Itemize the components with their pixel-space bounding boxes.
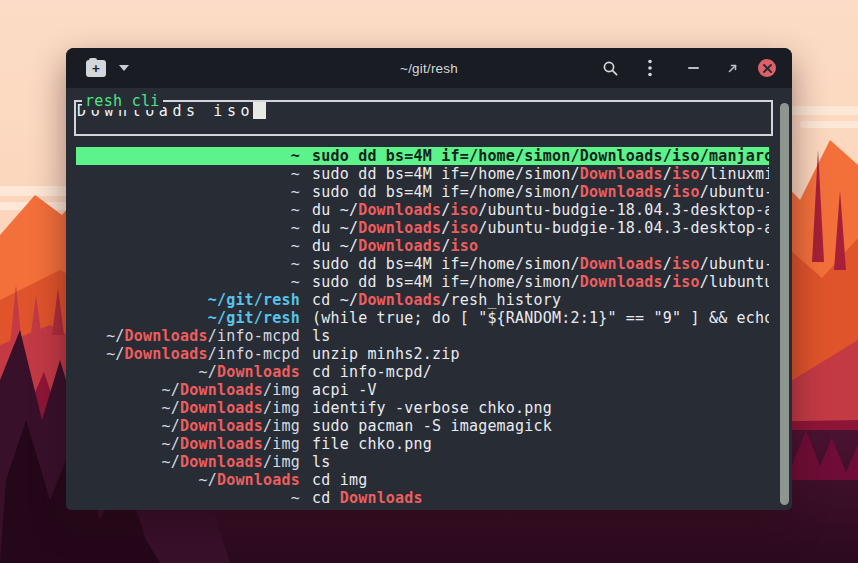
history-list: ~sudo dd bs=4M if=/home/simon/Downloads/… xyxy=(76,147,769,507)
minimize-button[interactable] xyxy=(682,56,706,80)
kebab-menu-icon xyxy=(647,59,653,77)
column-gap xyxy=(300,417,312,435)
column-gap xyxy=(300,291,312,309)
history-row[interactable]: ~du ~/Downloads/iso xyxy=(76,237,769,255)
column-gap xyxy=(300,381,312,399)
column-gap xyxy=(300,201,312,219)
history-row[interactable]: ~du ~/Downloads/iso/ubuntu-budgie-18.04.… xyxy=(76,219,769,237)
restore-button[interactable] xyxy=(720,56,744,80)
tab-dropdown-icon[interactable] xyxy=(119,65,129,71)
column-gap xyxy=(300,273,312,291)
history-row[interactable]: ~/Downloads/imgidentify -verbose chko.pn… xyxy=(76,399,769,417)
row-command: cd ~/Downloads/resh_history xyxy=(312,291,769,309)
row-context: ~/Downloads/img xyxy=(76,381,300,399)
menu-button[interactable] xyxy=(638,56,662,80)
resh-box-label: resh cli xyxy=(82,92,163,110)
history-row[interactable]: ~/Downloads/imgsudo pacman -S imagemagic… xyxy=(76,417,769,435)
row-context: ~ xyxy=(76,147,300,165)
history-row[interactable]: ~/Downloads/imgacpi -V xyxy=(76,381,769,399)
history-row[interactable]: ~cd Downloads xyxy=(76,489,769,507)
row-context: ~ xyxy=(76,219,300,237)
column-gap xyxy=(300,237,312,255)
row-command: cd Downloads xyxy=(312,489,769,507)
row-context: ~/Downloads/img xyxy=(76,435,300,453)
row-command: unzip minhs2.zip xyxy=(312,345,769,363)
row-command: identify -verbose chko.png xyxy=(312,399,769,417)
row-command: du ~/Downloads/iso/ubuntu-budgie-18.04.3… xyxy=(312,219,769,237)
column-gap xyxy=(300,309,312,327)
text-cursor xyxy=(253,102,266,119)
row-command: sudo dd bs=4M if=/home/simon/Downloads/i… xyxy=(312,147,769,165)
row-command: du ~/Downloads/iso/ubuntu-budgie-18.04.3… xyxy=(312,201,769,219)
row-context: ~ xyxy=(76,255,300,273)
column-gap xyxy=(300,183,312,201)
terminal-window: + ~/git/resh xyxy=(66,48,792,510)
history-row[interactable]: ~sudo dd bs=4M if=/home/simon/Downloads/… xyxy=(76,183,769,201)
column-gap xyxy=(300,219,312,237)
column-gap xyxy=(300,435,312,453)
close-button[interactable] xyxy=(758,59,776,77)
row-command: ls xyxy=(312,453,769,471)
column-gap xyxy=(300,453,312,471)
row-context: ~/Downloads/img xyxy=(76,453,300,471)
history-row[interactable]: ~sudo dd bs=4M if=/home/simon/Downloads/… xyxy=(76,165,769,183)
column-gap xyxy=(300,489,312,507)
close-icon xyxy=(763,64,772,73)
row-command: cd info-mcpd/ xyxy=(312,363,769,381)
column-gap xyxy=(300,345,312,363)
history-row[interactable]: ~/git/resh(while true; do [ "${RANDOM:2:… xyxy=(76,309,769,327)
history-row[interactable]: ~/Downloads/imgls xyxy=(76,453,769,471)
history-row[interactable]: ~/Downloadscd img xyxy=(76,471,769,489)
row-command: ls xyxy=(312,327,769,345)
column-gap xyxy=(300,471,312,489)
scrollbar-thumb[interactable] xyxy=(780,103,789,505)
column-gap xyxy=(300,327,312,345)
row-context: ~/Downloads/img xyxy=(76,399,300,417)
row-context: ~/Downloads/img xyxy=(76,417,300,435)
history-row-selected[interactable]: ~sudo dd bs=4M if=/home/simon/Downloads/… xyxy=(76,147,769,165)
row-context: ~ xyxy=(76,237,300,255)
row-command: sudo dd bs=4M if=/home/simon/Downloads/i… xyxy=(312,273,769,291)
column-gap xyxy=(300,165,312,183)
history-row[interactable]: ~sudo dd bs=4M if=/home/simon/Downloads/… xyxy=(76,273,769,291)
row-context: ~ xyxy=(76,489,300,507)
minimize-icon xyxy=(688,66,700,70)
row-command: (while true; do [ "${RANDOM:2:1}" == "9"… xyxy=(312,309,769,327)
row-context: ~ xyxy=(76,183,300,201)
row-context: ~ xyxy=(76,165,300,183)
history-row[interactable]: ~/Downloadscd info-mcpd/ xyxy=(76,363,769,381)
row-command: cd img xyxy=(312,471,769,489)
column-gap xyxy=(300,399,312,417)
history-row[interactable]: ~sudo dd bs=4M if=/home/simon/Downloads/… xyxy=(76,255,769,273)
row-context: ~/Downloads/info-mcpd xyxy=(76,327,300,345)
search-icon xyxy=(602,60,619,77)
restore-icon xyxy=(726,62,739,75)
row-command: sudo pacman -S imagemagick xyxy=(312,417,769,435)
row-context: ~/git/resh xyxy=(76,309,300,327)
row-context: ~ xyxy=(76,201,300,219)
row-command: file chko.png xyxy=(312,435,769,453)
row-context: ~/git/resh xyxy=(76,291,300,309)
history-row[interactable]: ~/Downloads/info-mcpdls xyxy=(76,327,769,345)
row-context: ~/Downloads xyxy=(76,363,300,381)
column-gap xyxy=(300,255,312,273)
resh-query-box: resh cli Downloads iso xyxy=(74,100,773,136)
column-gap xyxy=(300,147,312,165)
search-input[interactable]: Downloads iso xyxy=(76,102,771,134)
history-row[interactable]: ~/Downloads/imgfile chko.png xyxy=(76,435,769,453)
new-tab-button[interactable]: + xyxy=(86,60,106,77)
history-row[interactable]: ~/git/reshcd ~/Downloads/resh_history xyxy=(76,291,769,309)
row-context: ~/Downloads xyxy=(76,471,300,489)
row-context: ~/Downloads/info-mcpd xyxy=(76,345,300,363)
titlebar: + ~/git/resh xyxy=(66,48,792,88)
row-command: sudo dd bs=4M if=/home/simon/Downloads/i… xyxy=(312,183,769,201)
row-command: sudo dd bs=4M if=/home/simon/Downloads/i… xyxy=(312,255,769,273)
history-row[interactable]: ~du ~/Downloads/iso/ubuntu-budgie-18.04.… xyxy=(76,201,769,219)
search-button[interactable] xyxy=(598,56,622,80)
row-command: acpi -V xyxy=(312,381,769,399)
column-gap xyxy=(300,363,312,381)
row-context: ~ xyxy=(76,273,300,291)
row-command: du ~/Downloads/iso xyxy=(312,237,769,255)
history-row[interactable]: ~/Downloads/info-mcpdunzip minhs2.zip xyxy=(76,345,769,363)
row-command: sudo dd bs=4M if=/home/simon/Downloads/i… xyxy=(312,165,769,183)
